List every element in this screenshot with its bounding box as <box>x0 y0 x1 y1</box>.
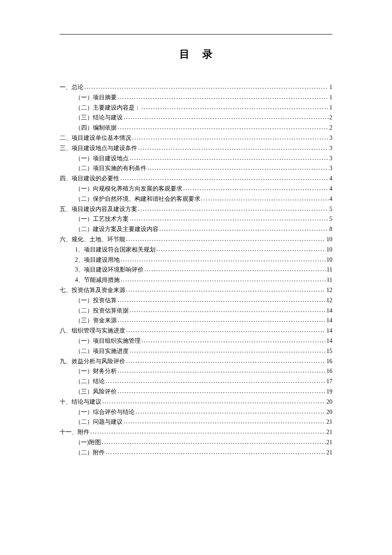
toc-leader-dots <box>183 183 329 194</box>
toc-leader-dots <box>132 133 329 143</box>
toc-label: （二）附件 <box>75 448 105 458</box>
toc-entry[interactable]: （一）项目建设地点3 <box>60 153 332 164</box>
toc-label: （一）综合评价与结论 <box>75 407 135 417</box>
toc-label: 三、项目建设地点与建设条件 <box>60 143 137 153</box>
toc-leader-dots <box>106 376 326 386</box>
toc-leader-dots <box>144 264 326 275</box>
toc-leader-dots <box>124 416 326 427</box>
toc-entry[interactable]: （二）投资估算依据14 <box>60 306 332 316</box>
toc-label: （二）项目实施的有利条件 <box>75 163 147 173</box>
toc-entry[interactable]: 五、项目建设内容及建设方案5 <box>60 204 332 214</box>
toc-label: （三）风险评价 <box>75 387 117 397</box>
toc-entry[interactable]: 七、投资估算及资金来源12 <box>60 285 332 295</box>
toc-leader-dots <box>156 244 326 254</box>
toc-leader-dots <box>118 295 326 305</box>
toc-entry[interactable]: （三）资金来源14 <box>60 315 332 326</box>
toc-page-number: 21 <box>326 448 332 458</box>
toc-entry[interactable]: 六、规化、土地、环节能10 <box>60 234 332 245</box>
toc-entry[interactable]: （一）向规模化养殖方向发展的客观要求4 <box>60 184 332 194</box>
toc-page-number: 14 <box>326 315 332 326</box>
toc-leader-dots <box>138 204 329 214</box>
toc-label: （二）投资估算依据 <box>75 306 129 316</box>
toc-entry[interactable]: （二）项目实施的有利条件3 <box>60 163 332 173</box>
toc-entry[interactable]: （一）项目摘要1 <box>60 92 332 103</box>
toc-entry[interactable]: 二、项目建设单位基本情况3 <box>60 133 332 143</box>
toc-label: （二）结论 <box>75 376 105 387</box>
page-title: 目录 <box>60 47 332 61</box>
toc-label: （三）资金来源 <box>75 315 117 326</box>
toc-label: （一）财务分析 <box>75 366 117 376</box>
toc-page-number: 1 <box>329 82 332 92</box>
toc-label: 十、结论与建议 <box>60 397 101 407</box>
toc-entry[interactable]: （一）财务分析16 <box>60 366 332 376</box>
toc-leader-dots <box>126 356 326 366</box>
toc-label: 九、效益分析与风险评价 <box>60 356 125 367</box>
toc-entry[interactable]: （二）建设方案及主要建设内容8 <box>60 224 332 234</box>
toc-entry[interactable]: （二）主要建设内容是：1 <box>60 103 332 113</box>
toc-leader-dots <box>135 407 326 417</box>
toc-label: 十一、附件 <box>60 427 89 437</box>
toc-entry[interactable]: 2、项目建设用地10 <box>60 255 332 265</box>
toc-label: 4、节能减排措施 <box>75 275 120 285</box>
toc-entry[interactable]: 十、结论与建议20 <box>60 397 332 407</box>
toc-entry[interactable]: （二）保护自然环境、构建和谐社会的客观要求4 <box>60 194 332 204</box>
toc-entry[interactable]: （四）编制依据2 <box>60 123 332 133</box>
toc-entry[interactable]: （一）工艺技术方案5 <box>60 214 332 224</box>
toc-entry[interactable]: 八、组织管理与实施进度14 <box>60 326 332 336</box>
toc-leader-dots <box>118 366 326 376</box>
toc-label: 四、项目建设的必要性 <box>60 173 119 184</box>
toc-page-number: 21 <box>326 417 332 427</box>
toc-label: （二）项目实施进度 <box>75 346 129 356</box>
toc-leader-dots <box>118 315 326 325</box>
toc-page-number: 12 <box>326 295 332 306</box>
toc-leader-dots <box>118 92 329 102</box>
toc-leader-dots <box>124 112 329 122</box>
toc-entry[interactable]: 三、项目建设地点与建设条件3 <box>60 143 332 153</box>
toc-page-number: 2 <box>329 113 332 123</box>
toc-entry[interactable]: 一、总论1 <box>60 82 332 92</box>
toc-entry[interactable]: （二）项目实施进度15 <box>60 346 332 356</box>
toc-leader-dots <box>102 396 326 407</box>
toc-page-number: 16 <box>326 356 332 367</box>
toc-entry[interactable]: （一）综合评价与结论20 <box>60 407 332 417</box>
toc-page-number: 14 <box>326 336 332 346</box>
toc-label: 五、项目建设内容及建设方案 <box>60 204 137 214</box>
toc-page-number: 15 <box>326 346 332 356</box>
toc-entry[interactable]: （一)附图21 <box>60 437 332 448</box>
toc-leader-dots <box>121 275 326 285</box>
toc-page-number: 1 <box>329 103 332 113</box>
toc-entry[interactable]: （二）结论17 <box>60 376 332 387</box>
toc-entry[interactable]: （二）问题与建议21 <box>60 417 332 427</box>
toc-label: 二、项目建设单位基本情况 <box>60 133 131 143</box>
toc-page-number: 20 <box>326 397 332 407</box>
toc-entry[interactable]: （三）风险评价19 <box>60 387 332 397</box>
toc-page-number: 1 <box>329 92 332 103</box>
toc-label: 七、投资估算及资金来源 <box>60 285 125 295</box>
toc-leader-dots <box>141 102 329 113</box>
toc-entry[interactable]: 1、项目建设符合国家相关规划10 <box>60 245 332 255</box>
toc-leader-dots <box>102 437 326 447</box>
toc-label: （二）主要建设内容是： <box>75 103 141 113</box>
toc-page-number: 5 <box>329 204 332 214</box>
toc-label: （一）向规模化养殖方向发展的客观要求 <box>75 184 182 194</box>
toc-entry[interactable]: 九、效益分析与风险评价16 <box>60 356 332 367</box>
toc-page-number: 21 <box>326 437 332 448</box>
toc-entry[interactable]: （一）项目组织实施管理14 <box>60 336 332 346</box>
toc-label: （二）建设方案及主要建设内容 <box>75 224 159 234</box>
toc-leader-dots <box>90 427 326 437</box>
toc-page-number: 5 <box>329 214 332 224</box>
toc-entry[interactable]: （二）附件21 <box>60 448 332 458</box>
toc-entry[interactable]: 4、节能减排措施11 <box>60 275 332 285</box>
toc-entry[interactable]: （一）投资估算12 <box>60 295 332 306</box>
toc-leader-dots <box>126 285 326 295</box>
toc-page-number: 3 <box>329 153 332 164</box>
toc-entry[interactable]: 十一、附件21 <box>60 427 332 437</box>
toc-leader-dots <box>126 234 326 244</box>
toc-label: （一)附图 <box>75 437 101 448</box>
toc-entry[interactable]: 3、项目建设环境影响评价11 <box>60 265 332 275</box>
toc-page-number: 3 <box>329 133 332 143</box>
toc-entry[interactable]: （三）结论与建设2 <box>60 113 332 123</box>
toc-page-number: 17 <box>326 376 332 387</box>
toc-page-number: 20 <box>326 407 332 417</box>
toc-entry[interactable]: 四、项目建设的必要性4 <box>60 173 332 184</box>
